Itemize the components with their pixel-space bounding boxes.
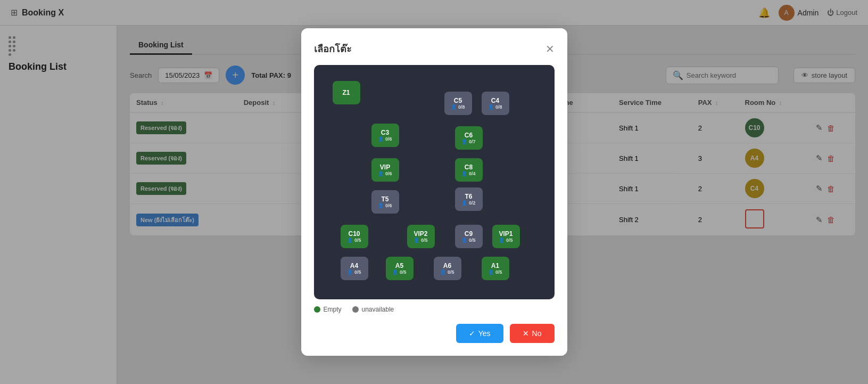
table-btn-c8[interactable]: C8 👤 0/4 — [455, 158, 483, 182]
table-btn-t5[interactable]: T5 👤 0/6 — [371, 190, 399, 214]
floor-table-c10[interactable]: C10 👤 0/5 — [341, 225, 368, 248]
table-btn-vip[interactable]: VIP 👤 0/6 — [371, 158, 399, 182]
modal-footer: ✓ Yes ✕ No — [314, 324, 555, 343]
table-btn-a4[interactable]: A4 👤 0/5 — [341, 257, 368, 280]
table-btn-t6[interactable]: T6 👤 0/2 — [455, 187, 483, 211]
table-btn-a6[interactable]: A6 👤 0/5 — [434, 257, 461, 280]
legend: Empty unavailable — [314, 306, 555, 313]
table-btn-a1[interactable]: A1 👤 0/5 — [482, 257, 509, 280]
legend-unavailable-dot — [352, 306, 359, 313]
table-btn-vip1[interactable]: VIP1 👤 0/5 — [492, 225, 520, 248]
table-btn-c3[interactable]: C3 👤 0/6 — [371, 124, 399, 147]
table-btn-c9[interactable]: C9 👤 0/5 — [455, 225, 483, 248]
floor-table-vip2[interactable]: VIP2 👤 0/5 — [407, 225, 435, 248]
table-btn-a5[interactable]: A5 👤 0/5 — [386, 257, 414, 280]
checkmark-icon: ✓ — [469, 329, 475, 338]
floor-table-t5[interactable]: T5 👤 0/6 — [371, 190, 399, 214]
floor-table-vip[interactable]: VIP 👤 0/6 — [371, 158, 399, 182]
no-label: No — [532, 329, 542, 338]
floor-table-c8[interactable]: C8 👤 0/4 — [455, 158, 483, 182]
floor-table-c3[interactable]: C3 👤 0/6 — [371, 124, 399, 147]
legend-empty-dot — [314, 306, 320, 313]
floor-table-c4[interactable]: C4 👤 0/8 — [482, 92, 509, 115]
yes-button[interactable]: ✓ Yes — [456, 324, 503, 343]
table-btn-c6[interactable]: C6 👤 0/7 — [455, 126, 483, 150]
floor-table-a5[interactable]: A5 👤 0/5 — [386, 257, 414, 280]
table-selection-modal: เลือกโต๊ะ ✕ Z1 C5 👤 0/8 C4 👤 0/8 — [301, 28, 567, 356]
floor-map: Z1 C5 👤 0/8 C4 👤 0/8 C3 👤 0/6 C6 👤 0/7 — [314, 65, 555, 299]
table-btn-c10[interactable]: C10 👤 0/5 — [341, 225, 368, 248]
modal-overlay: เลือกโต๊ะ ✕ Z1 C5 👤 0/8 C4 👤 0/8 — [0, 0, 868, 384]
no-button[interactable]: ✕ No — [510, 324, 555, 343]
floor-table-a6[interactable]: A6 👤 0/5 — [434, 257, 461, 280]
floor-table-c6[interactable]: C6 👤 0/7 — [455, 126, 483, 150]
floor-table-t6[interactable]: T6 👤 0/2 — [455, 187, 483, 211]
yes-label: Yes — [478, 329, 491, 338]
floor-table-a4[interactable]: A4 👤 0/5 — [341, 257, 368, 280]
modal-close-button[interactable]: ✕ — [545, 43, 555, 55]
table-btn-z1[interactable]: Z1 — [333, 81, 360, 104]
modal-title: เลือกโต๊ะ — [314, 41, 352, 56]
floor-table-z1[interactable]: Z1 — [333, 81, 360, 104]
floor-table-c9[interactable]: C9 👤 0/5 — [455, 225, 483, 248]
legend-unavailable-label: unavailable — [362, 306, 394, 313]
table-btn-c4[interactable]: C4 👤 0/8 — [482, 92, 509, 115]
table-btn-c5[interactable]: C5 👤 0/8 — [444, 92, 472, 115]
floor-table-vip1[interactable]: VIP1 👤 0/5 — [492, 225, 520, 248]
floor-table-c5[interactable]: C5 👤 0/8 — [444, 92, 472, 115]
floor-table-a1[interactable]: A1 👤 0/5 — [482, 257, 509, 280]
x-icon: ✕ — [523, 329, 529, 338]
table-btn-vip2[interactable]: VIP2 👤 0/5 — [407, 225, 435, 248]
legend-empty-label: Empty — [324, 306, 342, 313]
